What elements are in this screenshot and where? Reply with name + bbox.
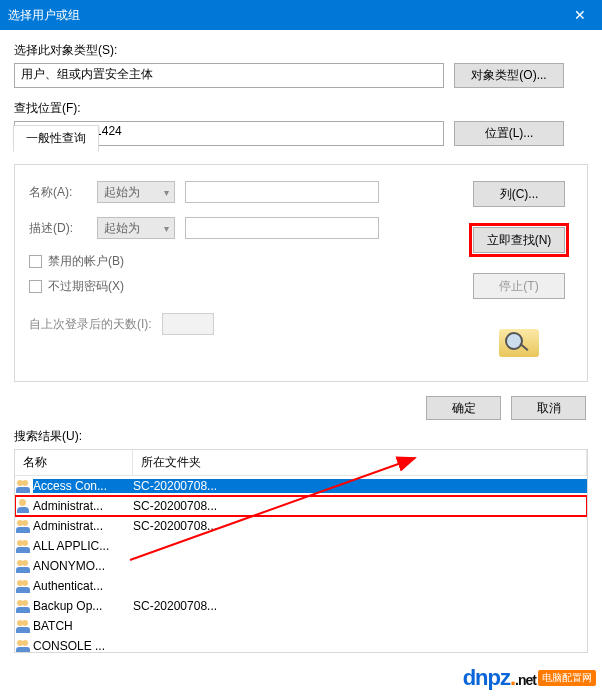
result-name: Authenticat...	[33, 579, 133, 593]
result-row[interactable]: Backup Op...SC-20200708...	[15, 596, 587, 616]
close-button[interactable]: ✕	[557, 0, 602, 30]
results-label: 搜索结果(U):	[14, 428, 588, 445]
group-icon	[15, 539, 33, 553]
result-row[interactable]: Administrat...SC-20200708...	[15, 496, 587, 516]
result-folder: SC-20200708...	[133, 519, 587, 533]
locations-button[interactable]: 位置(L)...	[454, 121, 564, 146]
description-label: 描述(D):	[29, 220, 87, 237]
watermark-badge: 电脑配置网	[538, 670, 596, 686]
result-folder: SC-20200708...	[133, 479, 587, 493]
result-name: CONSOLE ...	[33, 639, 133, 652]
group-icon	[15, 579, 33, 593]
result-row[interactable]: Authenticat...	[15, 576, 587, 596]
group-icon	[15, 599, 33, 613]
non-expiring-password-checkbox[interactable]	[29, 280, 42, 293]
disabled-accounts-checkbox[interactable]	[29, 255, 42, 268]
days-since-logon-input	[162, 313, 214, 335]
name-label: 名称(A):	[29, 184, 87, 201]
result-name: Administrat...	[33, 519, 133, 533]
result-name: BATCH	[33, 619, 133, 633]
result-name: Backup Op...	[33, 599, 133, 613]
tab-common-queries[interactable]: 一般性查询	[13, 125, 99, 152]
find-now-button[interactable]: 立即查找(N)	[473, 227, 565, 253]
column-name[interactable]: 名称	[15, 450, 133, 475]
days-since-logon-label: 自上次登录后的天数(I):	[29, 316, 152, 333]
disabled-accounts-label: 禁用的帐户(B)	[48, 253, 124, 270]
results-list: 名称 所在文件夹 Access Con...SC-20200708...Admi…	[14, 449, 588, 653]
result-row[interactable]: BATCH	[15, 616, 587, 636]
result-row[interactable]: Administrat...SC-20200708...	[15, 516, 587, 536]
user-icon	[15, 499, 33, 513]
name-match-combo[interactable]: 起始为	[97, 181, 175, 203]
watermark-logo: dnpz..net	[463, 665, 536, 691]
column-folder[interactable]: 所在文件夹	[133, 450, 587, 475]
result-folder: SC-20200708...	[133, 599, 587, 613]
result-row[interactable]: ANONYMO...	[15, 556, 587, 576]
titlebar: 选择用户或组 ✕	[0, 0, 602, 30]
group-icon	[15, 559, 33, 573]
result-name: ANONYMO...	[33, 559, 133, 573]
result-row[interactable]: ALL APPLIC...	[15, 536, 587, 556]
result-row[interactable]: Access Con...SC-20200708...	[15, 476, 587, 496]
window-title: 选择用户或组	[8, 7, 557, 24]
result-name: ALL APPLIC...	[33, 539, 133, 553]
watermark: dnpz..net 电脑配置网	[463, 665, 596, 691]
group-icon	[15, 619, 33, 633]
group-icon	[15, 479, 33, 493]
stop-button: 停止(T)	[473, 273, 565, 299]
description-input[interactable]	[185, 217, 379, 239]
group-icon	[15, 639, 33, 652]
columns-button[interactable]: 列(C)...	[473, 181, 565, 207]
dialog-content: 选择此对象类型(S): 用户、组或内置安全主体 对象类型(O)... 查找位置(…	[0, 30, 602, 661]
object-types-button[interactable]: 对象类型(O)...	[454, 63, 564, 88]
object-type-label: 选择此对象类型(S):	[14, 42, 588, 59]
result-name: Administrat...	[33, 499, 133, 513]
description-match-combo[interactable]: 起始为	[97, 217, 175, 239]
magnifier-icon	[499, 329, 539, 357]
result-folder: SC-20200708...	[133, 499, 587, 513]
location-label: 查找位置(F):	[14, 100, 588, 117]
cancel-button[interactable]: 取消	[511, 396, 586, 420]
name-input[interactable]	[185, 181, 379, 203]
query-panel: 名称(A): 起始为 描述(D): 起始为 禁用的帐户(B)	[14, 164, 588, 382]
group-icon	[15, 519, 33, 533]
non-expiring-password-label: 不过期密码(X)	[48, 278, 124, 295]
object-type-field: 用户、组或内置安全主体	[14, 63, 444, 88]
results-header: 名称 所在文件夹	[15, 450, 587, 476]
result-row[interactable]: CONSOLE ...	[15, 636, 587, 652]
result-name: Access Con...	[33, 479, 133, 493]
ok-button[interactable]: 确定	[426, 396, 501, 420]
